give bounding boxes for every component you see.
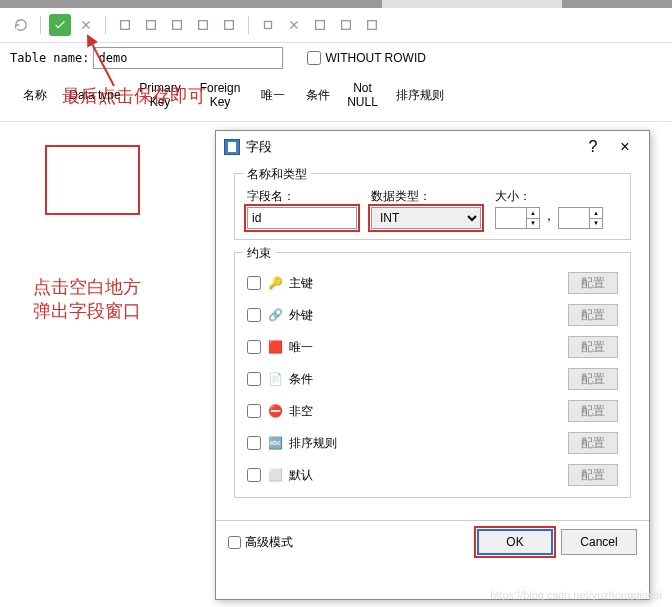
svg-rect-1 [147,21,156,30]
annotation-blank: 点击空白地方 弹出字段窗口 [33,275,141,323]
constraint-icon: ⬜ [267,467,283,483]
tool-d-icon[interactable] [335,14,357,36]
configure-button[interactable]: 配置 [568,272,618,294]
move-down-icon[interactable] [218,14,240,36]
rollback-icon[interactable] [75,14,97,36]
col-name: 名称 [10,87,60,104]
constraint-label: 外键 [289,307,562,324]
dialog-icon [224,139,240,155]
advanced-label: 高级模式 [245,534,293,551]
toolbar [0,8,672,43]
annotation-empty-box [45,145,140,215]
svg-rect-2 [173,21,182,30]
help-button[interactable]: ? [577,135,609,159]
configure-button[interactable]: 配置 [568,464,618,486]
constraint-checkbox[interactable] [247,308,261,322]
tool-e-icon[interactable] [361,14,383,36]
constraint-checkbox[interactable] [247,372,261,386]
constraints-group: 约束 🔑主键配置🔗外键配置🟥唯一配置📄条件配置⛔非空配置🔤排序规则配置⬜默认配置 [234,252,631,498]
name-type-legend: 名称和类型 [243,166,311,183]
svg-rect-0 [121,21,130,30]
size-spinner-1[interactable]: ▲▼ [495,207,540,229]
svg-rect-7 [342,21,351,30]
dialog-titlebar: 字段 ? × [216,131,649,163]
svg-rect-3 [199,21,208,30]
ok-button[interactable]: OK [477,529,553,555]
data-type-label: 数据类型： [371,188,481,205]
constraint-checkbox[interactable] [247,468,261,482]
configure-button[interactable]: 配置 [568,432,618,454]
svg-rect-4 [225,21,234,30]
configure-button[interactable]: 配置 [568,336,618,358]
constraint-label: 默认 [289,467,562,484]
without-rowid-checkbox[interactable] [307,51,321,65]
constraint-row-4: ⛔非空配置 [247,395,618,427]
field-name-input[interactable] [247,207,357,229]
constraint-icon: 🔤 [267,435,283,451]
size-spinner-2[interactable]: ▲▼ [558,207,603,229]
field-dialog: 字段 ? × 名称和类型 字段名： 数据类型： INT 大小： [215,130,650,600]
constraint-row-1: 🔗外键配置 [247,299,618,331]
constraint-row-3: 📄条件配置 [247,363,618,395]
cancel-button[interactable]: Cancel [561,529,637,555]
constraint-checkbox[interactable] [247,276,261,290]
configure-button[interactable]: 配置 [568,368,618,390]
svg-rect-6 [316,21,325,30]
constraint-label: 排序规则 [289,435,562,452]
tool-a-icon[interactable] [257,14,279,36]
constraint-label: 唯一 [289,339,562,356]
svg-rect-8 [368,21,377,30]
constraint-icon: 📄 [267,371,283,387]
advanced-checkbox[interactable] [228,536,241,549]
tablename-row: Table name: WITHOUT ROWID [0,43,672,73]
configure-button[interactable]: 配置 [568,400,618,422]
constraint-icon: 🔗 [267,307,283,323]
refresh-icon[interactable] [10,14,32,36]
constraint-icon: ⛔ [267,403,283,419]
constraint-row-2: 🟥唯一配置 [247,331,618,363]
tool-b-icon[interactable] [283,14,305,36]
close-button[interactable]: × [609,135,641,159]
col-unique: 唯一 [250,87,295,104]
add-col-icon[interactable] [114,14,136,36]
move-up-icon[interactable] [192,14,214,36]
field-name-label: 字段名： [247,188,357,205]
size-label: 大小： [495,188,603,205]
commit-button[interactable] [49,14,71,36]
without-rowid-label: WITHOUT ROWID [325,51,425,65]
edit-col-icon[interactable] [140,14,162,36]
data-type-select[interactable]: INT [371,207,481,229]
constraint-checkbox[interactable] [247,404,261,418]
dialog-title: 字段 [246,138,577,156]
constraint-row-0: 🔑主键配置 [247,267,618,299]
svg-rect-5 [265,22,272,29]
constraints-legend: 约束 [243,245,275,262]
constraint-label: 主键 [289,275,562,292]
tablename-label: Table name: [10,51,89,65]
constraint-checkbox[interactable] [247,340,261,354]
constraint-checkbox[interactable] [247,436,261,450]
constraint-row-6: ⬜默认配置 [247,459,618,491]
constraint-label: 条件 [289,371,562,388]
tablename-input[interactable] [93,47,283,69]
constraint-label: 非空 [289,403,562,420]
constraint-row-5: 🔤排序规则配置 [247,427,618,459]
col-collate: 排序规则 [385,87,455,104]
del-col-icon[interactable] [166,14,188,36]
col-notnull: Not NULL [340,81,385,109]
dialog-footer: 高级模式 OK Cancel [216,520,649,563]
watermark: https://blog.csdn.net/yuzhongqingsi [490,589,662,601]
constraint-icon: 🔑 [267,275,283,291]
constraint-icon: 🟥 [267,339,283,355]
annotation-save: 最后点击保存即可 [62,84,206,108]
col-check: 条件 [295,87,340,104]
tool-c-icon[interactable] [309,14,331,36]
configure-button[interactable]: 配置 [568,304,618,326]
name-type-group: 名称和类型 字段名： 数据类型： INT 大小： ▲▼ ， [234,173,631,240]
